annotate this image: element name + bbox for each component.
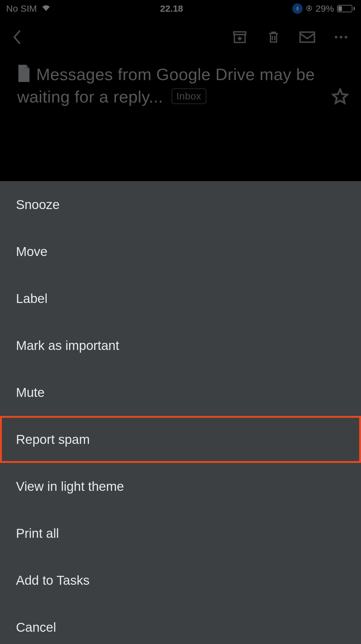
sheet-item-label: Cancel	[16, 620, 56, 635]
status-time: 22.18	[51, 3, 292, 14]
document-icon	[17, 65, 31, 82]
sheet-item-label: View in light theme	[16, 479, 124, 494]
sheet-item-add-to-tasks[interactable]: Add to Tasks	[0, 557, 361, 604]
back-button[interactable]	[9, 29, 25, 45]
sheet-item-label: Mute	[16, 385, 45, 400]
wifi-icon	[41, 3, 51, 14]
sheet-item-mute[interactable]: Mute	[0, 369, 361, 416]
message-toolbar	[0, 17, 361, 57]
svg-rect-2	[308, 8, 310, 10]
subject-label: Messages from Google Drive may be waitin…	[17, 65, 315, 106]
svg-point-6	[335, 36, 337, 38]
svg-point-8	[345, 36, 347, 38]
folder-chip[interactable]: Inbox	[172, 88, 206, 104]
battery-icon	[337, 5, 355, 12]
delete-button[interactable]	[263, 26, 284, 48]
sheet-item-label[interactable]: Label	[0, 275, 361, 322]
sheet-item-label: Report spam	[16, 432, 90, 447]
sheet-item-label: Print all	[16, 526, 59, 541]
sheet-item-report-spam[interactable]: Report spam	[0, 416, 361, 463]
sheet-item-cancel[interactable]: Cancel	[0, 604, 361, 644]
carrier-text: No SIM	[6, 3, 37, 14]
sheet-item-view-light-theme[interactable]: View in light theme	[0, 463, 361, 510]
subject-row: Messages from Google Drive may be waitin…	[0, 57, 361, 126]
battery-fill	[338, 6, 342, 11]
status-bar: No SIM 22.18 29%	[0, 0, 361, 17]
more-button[interactable]	[330, 26, 352, 48]
sheet-item-label: Snooze	[16, 197, 60, 212]
archive-button[interactable]	[229, 26, 250, 48]
svg-rect-0	[297, 6, 298, 9]
sheet-item-label: Mark as important	[16, 338, 119, 353]
action-sheet: Snooze Move Label Mark as important Mute…	[0, 181, 361, 644]
sheet-item-snooze[interactable]: Snooze	[0, 181, 361, 228]
mark-unread-button[interactable]	[297, 26, 318, 48]
svg-rect-5	[300, 32, 315, 42]
svg-point-7	[340, 36, 342, 38]
sheet-item-print-all[interactable]: Print all	[0, 510, 361, 557]
microphone-icon	[292, 3, 303, 14]
subject-text: Messages from Google Drive may be waitin…	[17, 63, 324, 108]
sheet-item-mark-important[interactable]: Mark as important	[0, 322, 361, 369]
sheet-item-label: Move	[16, 244, 48, 259]
star-button[interactable]	[332, 88, 349, 106]
status-right: 29%	[292, 3, 355, 14]
battery-percent: 29%	[316, 3, 334, 14]
sheet-item-label: Label	[16, 291, 48, 306]
sheet-item-label: Add to Tasks	[16, 573, 90, 588]
orientation-lock-icon	[306, 3, 312, 14]
sheet-item-move[interactable]: Move	[0, 228, 361, 275]
status-left: No SIM	[6, 3, 51, 14]
